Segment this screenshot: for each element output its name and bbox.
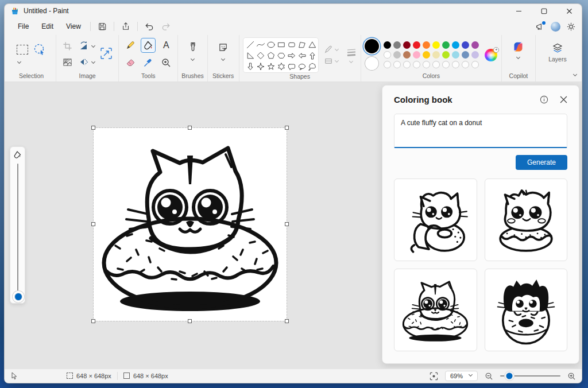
palette-empty-slot[interactable] <box>432 61 440 68</box>
selection-handle-s[interactable] <box>188 319 192 323</box>
prompt-input[interactable]: A cute fluffy cat on a donut <box>394 114 567 148</box>
zoom-slider[interactable] <box>500 375 560 377</box>
shape-pentagon-icon[interactable] <box>266 51 276 60</box>
copilot-icon[interactable] <box>511 39 526 54</box>
shape-arrow-left-icon[interactable] <box>297 51 307 60</box>
maximize-button[interactable] <box>531 4 556 18</box>
rotate-chevron[interactable] <box>91 44 95 48</box>
generate-button[interactable]: Generate <box>516 155 567 170</box>
selection-handle-n[interactable] <box>188 126 192 130</box>
eyedropper-tool-icon[interactable] <box>141 55 156 70</box>
shape-curve-icon[interactable] <box>256 40 265 49</box>
feedback-icon[interactable] <box>535 22 545 32</box>
zoom-in-icon[interactable] <box>567 372 576 381</box>
redo-button[interactable] <box>158 20 175 33</box>
menu-view[interactable]: View <box>60 20 87 33</box>
ribbon-collapse-chevron[interactable] <box>573 73 577 77</box>
palette-color-swatch[interactable] <box>442 41 450 49</box>
background-color-swatch[interactable] <box>365 56 379 71</box>
brushes-icon[interactable] <box>185 40 200 55</box>
crop-icon[interactable] <box>60 38 75 53</box>
palette-color-swatch[interactable] <box>384 41 391 49</box>
zoom-out-icon[interactable] <box>485 372 493 381</box>
shape-arrow-up-icon[interactable] <box>308 51 317 60</box>
layers-icon[interactable] <box>539 41 576 56</box>
shape-line-icon[interactable] <box>246 40 255 49</box>
shape-size-icon[interactable] <box>346 47 357 57</box>
palette-color-swatch[interactable] <box>384 51 391 59</box>
pencil-tool-icon[interactable] <box>123 38 138 53</box>
palette-color-swatch[interactable] <box>452 51 459 59</box>
brushes-chevron[interactable] <box>191 57 195 61</box>
palette-empty-slot[interactable] <box>384 61 391 68</box>
settings-gear-icon[interactable] <box>566 22 576 32</box>
selection-handle-se[interactable] <box>285 319 289 323</box>
resize-icon[interactable] <box>98 45 115 62</box>
fit-to-screen-icon[interactable] <box>430 372 438 381</box>
text-tool-icon[interactable]: A <box>158 38 173 53</box>
shape-fill-icon[interactable] <box>324 56 333 65</box>
palette-color-swatch[interactable] <box>393 51 401 59</box>
palette-color-swatch[interactable] <box>403 41 411 49</box>
zoom-level-dropdown[interactable]: 69% <box>445 371 478 381</box>
result-thumbnail-1[interactable] <box>394 179 477 261</box>
shape-fill-chevron[interactable] <box>335 59 339 63</box>
shape-arrow-down-icon[interactable] <box>246 62 255 71</box>
palette-empty-slot[interactable] <box>452 61 459 68</box>
shape-lightning-icon[interactable] <box>256 73 265 73</box>
palette-color-swatch[interactable] <box>423 41 430 49</box>
shape-star-6-icon[interactable] <box>277 62 286 71</box>
close-button[interactable] <box>556 4 582 18</box>
shape-diamond-icon[interactable] <box>256 51 265 60</box>
result-thumbnail-4[interactable] <box>485 269 568 351</box>
palette-color-swatch[interactable] <box>471 41 479 49</box>
freeform-select-icon[interactable] <box>32 42 47 57</box>
fill-tolerance-thumb[interactable] <box>14 293 22 301</box>
shape-star-4-icon[interactable] <box>256 62 265 71</box>
palette-empty-slot[interactable] <box>403 61 411 68</box>
shape-speech-rounded-icon[interactable] <box>287 62 296 71</box>
selection-handle-nw[interactable] <box>91 126 95 130</box>
rectangle-select-icon[interactable] <box>15 42 30 57</box>
panel-close-icon[interactable] <box>560 96 567 103</box>
account-avatar[interactable] <box>551 22 560 32</box>
eraser-tool-icon[interactable] <box>123 55 138 70</box>
palette-color-swatch[interactable] <box>462 41 469 49</box>
palette-empty-slot[interactable] <box>462 61 469 68</box>
shape-heart-icon[interactable] <box>246 73 255 73</box>
palette-empty-slot[interactable] <box>471 61 479 68</box>
remove-background-icon[interactable] <box>60 55 75 69</box>
palette-color-swatch[interactable] <box>452 41 459 49</box>
menu-edit[interactable]: Edit <box>35 20 60 33</box>
share-button[interactable] <box>117 20 134 33</box>
shape-right-triangle-icon[interactable] <box>246 51 255 60</box>
flip-chevron[interactable] <box>91 60 95 64</box>
shape-hexagon-icon[interactable] <box>277 51 286 60</box>
shape-speech-cloud-icon[interactable] <box>308 62 317 71</box>
shape-polygon-icon[interactable] <box>297 40 307 49</box>
palette-empty-slot[interactable] <box>413 61 420 68</box>
rotate-icon[interactable] <box>78 38 90 53</box>
shape-rounded-rectangle-icon[interactable] <box>287 40 296 49</box>
stickers-chevron[interactable] <box>221 57 225 61</box>
selection-handle-sw[interactable] <box>91 319 95 323</box>
palette-empty-slot[interactable] <box>442 61 450 68</box>
copilot-chevron[interactable] <box>516 56 520 60</box>
palette-color-swatch[interactable] <box>403 51 411 59</box>
menu-file[interactable]: File <box>11 20 35 33</box>
selection-handle-ne[interactable] <box>285 126 289 130</box>
shape-outline-chevron[interactable] <box>335 48 339 52</box>
save-button[interactable] <box>94 20 111 33</box>
magnifier-tool-icon[interactable] <box>158 55 173 70</box>
palette-color-swatch[interactable] <box>393 41 401 49</box>
palette-color-swatch[interactable] <box>471 51 479 59</box>
canvas-selection[interactable] <box>94 128 287 321</box>
shapes-gallery[interactable] <box>243 37 319 73</box>
minimize-button[interactable] <box>506 4 531 18</box>
undo-button[interactable] <box>141 20 158 33</box>
stickers-icon[interactable] <box>216 40 231 55</box>
foreground-color-swatch[interactable] <box>365 39 379 53</box>
shape-star-5-icon[interactable] <box>266 62 276 71</box>
selection-dropdown-chevron[interactable] <box>17 60 21 64</box>
zoom-slider-thumb[interactable] <box>506 373 512 379</box>
